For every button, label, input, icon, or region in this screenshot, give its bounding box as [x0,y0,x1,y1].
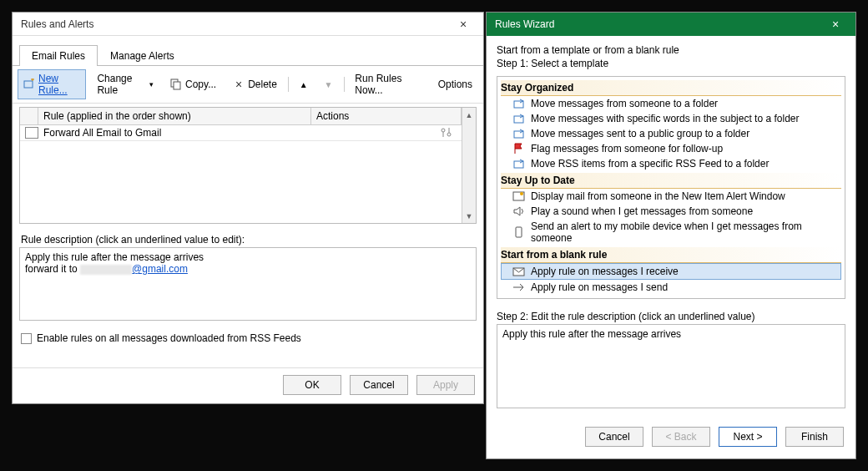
rules-header-actions: Actions [311,108,462,124]
delete-button[interactable]: × Delete [227,75,283,94]
rss-label: Enable rules on all messages downloaded … [37,332,301,344]
mobile-icon [512,226,526,238]
alert-window-icon [512,190,526,202]
close-icon[interactable]: × [448,13,478,35]
svg-rect-0 [24,81,33,88]
svg-point-14 [520,192,523,195]
scroll-down-icon[interactable]: ▼ [462,209,476,223]
template-move-rss[interactable]: Move RSS items from a specific RSS Feed … [501,156,841,171]
template-mobile-alert[interactable]: Send an alert to my mobile device when I… [501,219,841,246]
copy-label: Copy... [185,78,216,90]
move-up-button[interactable]: ▲ [294,77,314,93]
rule-name: Forward All Email to Gmail [43,127,306,139]
desc-forward-prefix: forward it to [25,263,80,275]
rss-checkbox[interactable] [21,333,32,344]
sound-icon [512,205,526,217]
copy-icon [170,78,182,90]
wizard-step2-label: Step 2: Edit the rule description (click… [497,311,845,322]
scroll-up-icon[interactable]: ▲ [462,108,476,122]
svg-rect-4 [174,82,180,89]
close-icon[interactable]: × [820,13,850,35]
template-display-alert[interactable]: Display mail from someone in the New Ite… [501,189,841,204]
wizard-description-text: Apply this rule after the message arrive… [502,328,681,340]
template-move-public-group[interactable]: Move messages sent to a public group to … [501,126,841,141]
envelope-icon [512,266,526,277]
section-blank-rule: Start from a blank rule [501,247,841,263]
template-flag-followup[interactable]: Flag messages from someone for follow-up [501,141,841,156]
template-move-from-someone[interactable]: Move messages from someone to a folder [501,96,841,111]
dropdown-icon: ▾ [149,80,154,89]
svg-point-6 [447,133,451,136]
send-arrow-icon [512,281,526,293]
forward-email-suffix: @gmail.com [132,263,188,275]
template-list: Stay Organized Move messages from someon… [497,76,845,299]
options-button[interactable]: Options [432,75,478,94]
flag-icon [512,143,526,154]
cancel-button[interactable]: Cancel [350,375,408,395]
svg-point-5 [442,129,445,132]
new-rule-button[interactable]: New Rule... [18,69,86,99]
delete-icon: × [233,78,245,90]
rules-header-rule: Rule (applied in the order shown) [38,108,311,124]
wizard-finish-button[interactable]: Finish [785,427,844,447]
forward-target-link[interactable]: @gmail.com [80,263,188,275]
rule-actions-icon [306,127,457,139]
scrollbar[interactable]: ▲ ▼ [462,108,476,223]
tab-email-rules[interactable]: Email Rules [19,45,98,66]
template-move-subject-words[interactable]: Move messages with specific words in the… [501,111,841,126]
move-folder-icon [512,98,526,109]
table-row[interactable]: Forward All Email to Gmail [20,125,462,141]
new-rule-label: New Rule... [38,73,80,96]
svg-rect-15 [516,227,522,237]
wizard-cancel-button[interactable]: Cancel [585,427,643,447]
rule-description-label: Rule description (click an underlined va… [13,230,483,247]
change-rule-label: Change Rule [97,73,146,96]
move-folder-icon [512,128,526,139]
wizard-next-button[interactable]: Next > [719,427,777,447]
wizard-title: Rules Wizard [495,18,820,30]
wizard-description-box[interactable]: Apply this rule after the message arrive… [497,324,845,408]
move-down-button[interactable]: ▼ [319,77,339,93]
apply-button[interactable]: Apply [416,375,475,395]
template-apply-receive[interactable]: Apply rule on messages I receive [501,263,841,280]
wizard-step1-label: Step 1: Select a template [497,58,845,69]
template-play-sound[interactable]: Play a sound when I get messages from so… [501,204,841,219]
new-rule-icon [23,78,35,90]
section-stay-up-to-date: Stay Up to Date [501,173,841,189]
wizard-heading: Start from a template or from a blank ru… [497,44,845,56]
move-folder-icon [512,158,526,170]
move-folder-icon [512,113,526,124]
template-apply-send[interactable]: Apply rule on messages I send [501,280,841,295]
section-stay-organized: Stay Organized [501,80,841,96]
run-rules-now-button[interactable]: Run Rules Now... [349,69,426,99]
desc-line-1: Apply this rule after the message arrive… [25,251,471,263]
change-rule-button[interactable]: Change Rule ▾ [91,69,159,99]
rules-window-title: Rules and Alerts [21,18,448,30]
rule-description-box[interactable]: Apply this rule after the message arrive… [19,247,477,321]
copy-button[interactable]: Copy... [164,75,222,94]
rule-enabled-checkbox[interactable] [25,127,38,139]
tab-manage-alerts[interactable]: Manage Alerts [98,45,187,66]
ok-button[interactable]: OK [283,375,341,395]
wizard-back-button[interactable]: < Back [652,427,710,447]
delete-label: Delete [248,78,277,90]
